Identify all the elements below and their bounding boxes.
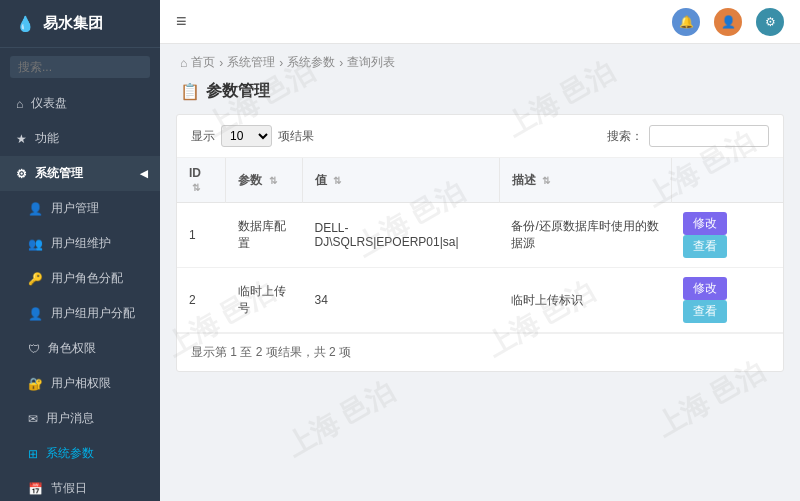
panel-toolbar: 显示 10 25 50 100 项结果 搜索： [177,115,783,158]
toolbar-left: 显示 10 25 50 100 项结果 [191,125,314,147]
search-input[interactable] [649,125,769,147]
cell-value: DELL-DJ\SQLRS|EPOERP01|sa| [303,203,500,268]
sidebar-item-label: 仪表盘 [31,95,67,112]
sidebar-item-label: 用户组用户分配 [51,305,135,322]
logo-icon: 💧 [16,15,35,33]
mail-icon: ✉ [28,412,38,426]
sidebar-item-usergroup-user[interactable]: 👤 用户组用户分配 [0,296,160,331]
calendar-icon: 📅 [28,482,43,496]
page-title: 📋 参数管理 [160,77,800,114]
view-button[interactable]: 查看 [683,300,727,323]
page-title-text: 参数管理 [206,81,270,102]
breadcrumb-sysadmin[interactable]: 系统管理 [227,54,275,71]
app-title: 易水集团 [43,14,103,33]
star-icon: ★ [16,132,27,146]
cell-id: 1 [177,203,226,268]
view-button[interactable]: 查看 [683,235,727,258]
col-actions [671,158,783,203]
col-value: 值 ⇅ [303,158,500,203]
user-profile-button[interactable]: 👤 [714,8,742,36]
grid-icon: ⊞ [28,447,38,461]
sidebar-item-label: 用户相权限 [51,375,111,392]
toolbar-right: 搜索： [607,125,769,147]
sidebar-item-label: 用户组维护 [51,235,111,252]
cell-actions: 修改 查看 [671,203,783,268]
home-icon: ⌂ [16,97,23,111]
sort-icon-id: ⇅ [192,182,200,193]
sidebar-item-label: 用户角色分配 [51,270,123,287]
key-icon: 🔑 [28,272,43,286]
user-icon: 👤 [28,202,43,216]
per-page-select[interactable]: 10 25 50 100 [221,125,272,147]
sidebar-item-user-rights[interactable]: 🔐 用户相权限 [0,366,160,401]
users-icon: 👥 [28,237,43,251]
sort-icon-param: ⇅ [269,175,277,186]
chevron-icon: ◀ [140,168,148,179]
sidebar-item-sysadmin[interactable]: ⚙ 系统管理 ◀ [0,156,160,191]
cell-param: 临时上传号 [226,268,303,333]
breadcrumb: ⌂ 首页 › 系统管理 › 系统参数 › 查询列表 [160,44,800,77]
edit-button[interactable]: 修改 [683,277,727,300]
table-row: 1 数据库配置 DELL-DJ\SQLRS|EPOERP01|sa| 备份/还原… [177,203,783,268]
sort-icon-desc: ⇅ [542,175,550,186]
pagination-info: 显示第 1 至 2 项结果，共 2 项 [177,333,783,371]
data-panel: 显示 10 25 50 100 项结果 搜索： [176,114,784,372]
col-desc: 描述 ⇅ [499,158,671,203]
col-id: ID ⇅ [177,158,226,203]
sidebar-item-label: 系统管理 [35,165,83,182]
cell-actions: 修改 查看 [671,268,783,333]
cell-desc: 备份/还原数据库时使用的数据源 [499,203,671,268]
menu-toggle-icon[interactable]: ≡ [176,11,187,32]
sidebar-item-role-assign[interactable]: 🔑 用户角色分配 [0,261,160,296]
breadcrumb-home[interactable]: 首页 [191,54,215,71]
sidebar-item-label: 角色权限 [48,340,96,357]
sidebar-item-label: 节假日 [51,480,87,497]
sidebar-item-sys-params[interactable]: ⊞ 系统参数 [0,436,160,471]
sidebar-item-label: 用户管理 [51,200,99,217]
pagination-text: 显示第 1 至 2 项结果，共 2 项 [191,345,351,359]
shield-icon: 🛡 [28,342,40,356]
sidebar-item-holiday[interactable]: 📅 节假日 [0,471,160,501]
edit-button[interactable]: 修改 [683,212,727,235]
sort-icon-value: ⇅ [333,175,341,186]
cell-value: 34 [303,268,500,333]
sidebar: 💧 易水集团 ⌂ 仪表盘 ★ 功能 ⚙ 系统管理 ◀ 👤 用户管理 👥 用户组维… [0,0,160,501]
sidebar-item-label: 系统参数 [46,445,94,462]
params-table: ID ⇅ 参数 ⇅ 值 ⇅ 描述 ⇅ [177,158,783,333]
sidebar-item-usergroup-mgmt[interactable]: 👥 用户组维护 [0,226,160,261]
settings-button[interactable]: ⚙ [756,8,784,36]
sidebar-item-user-mgmt[interactable]: 👤 用户管理 [0,191,160,226]
sidebar-search-container [0,48,160,86]
page-title-icon: 📋 [180,82,200,101]
results-label: 项结果 [278,128,314,145]
cell-id: 2 [177,268,226,333]
app-logo: 💧 易水集团 [0,0,160,48]
table-row: 2 临时上传号 34 临时上传标识 修改 查看 [177,268,783,333]
gear-icon: ⚙ [16,167,27,181]
col-param: 参数 ⇅ [226,158,303,203]
content-area: ⌂ 首页 › 系统管理 › 系统参数 › 查询列表 📋 参数管理 显示 10 2… [160,44,800,501]
cell-param: 数据库配置 [226,203,303,268]
sidebar-item-user-msg[interactable]: ✉ 用户消息 [0,401,160,436]
lock-icon: 🔐 [28,377,43,391]
topbar-actions: 🔔 👤 ⚙ [672,8,784,36]
breadcrumb-current: 查询列表 [347,54,395,71]
sidebar-item-label: 用户消息 [46,410,94,427]
main-content: ≡ 🔔 👤 ⚙ ⌂ 首页 › 系统管理 › 系统参数 › 查询列表 📋 参数管理 [160,0,800,501]
search-label: 搜索： [607,128,643,145]
show-label: 显示 [191,128,215,145]
sidebar-item-label: 功能 [35,130,59,147]
notification-button[interactable]: 🔔 [672,8,700,36]
sidebar-item-dashboard[interactable]: ⌂ 仪表盘 [0,86,160,121]
sidebar-item-role-rights[interactable]: 🛡 角色权限 [0,331,160,366]
home-breadcrumb-icon: ⌂ [180,56,187,70]
sidebar-search-input[interactable] [10,56,150,78]
table-header-row: ID ⇅ 参数 ⇅ 值 ⇅ 描述 ⇅ [177,158,783,203]
sidebar-item-functions[interactable]: ★ 功能 [0,121,160,156]
cell-desc: 临时上传标识 [499,268,671,333]
user2-icon: 👤 [28,307,43,321]
topbar: ≡ 🔔 👤 ⚙ [160,0,800,44]
breadcrumb-sysparams[interactable]: 系统参数 [287,54,335,71]
